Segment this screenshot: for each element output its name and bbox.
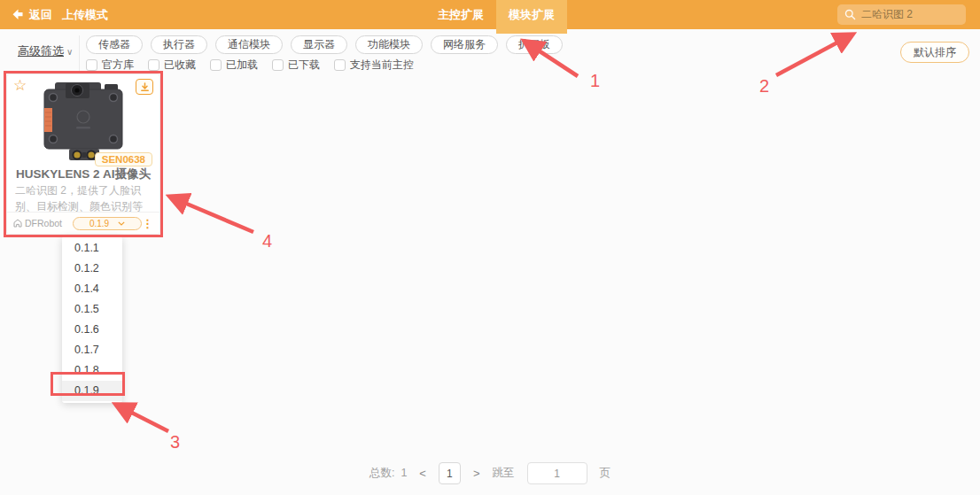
checkbox-icon[interactable] xyxy=(334,59,346,71)
checkbox-label: 官方库 xyxy=(102,58,134,73)
category-pill-sensor[interactable]: 传感器 xyxy=(86,35,143,54)
version-option-0-1-5[interactable]: 0.1.5 xyxy=(62,299,122,320)
category-pill-communication[interactable]: 通信模块 xyxy=(215,35,283,54)
annotation-arrow-3 xyxy=(118,406,168,431)
module-extension-library-page: 返回 上传模式 主控扩展 模块扩展 高级筛选∨ 传感器 执行器 通信模块 显示器… xyxy=(0,0,980,495)
annotation-number-3: 3 xyxy=(170,432,180,452)
category-pill-row: 传感器 执行器 通信模块 显示器 功能模块 网络服务 扩展板 xyxy=(86,35,563,54)
upload-mode-button[interactable]: 上传模式 xyxy=(62,0,108,29)
checkbox-supports-current-board[interactable]: 支持当前主控 xyxy=(334,58,414,73)
module-card-huskylens[interactable]: ☆ xyxy=(6,73,160,235)
download-icon xyxy=(140,82,150,92)
home-icon xyxy=(13,219,22,228)
favorite-star-icon[interactable]: ☆ xyxy=(13,76,27,95)
version-option-0-1-9[interactable]: 0.1.9 xyxy=(62,381,122,401)
default-sort-button[interactable]: 默认排序 xyxy=(900,42,969,63)
filter-divider xyxy=(79,35,80,73)
total-label: 总数: xyxy=(369,467,394,479)
version-option-0-1-1[interactable]: 0.1.1 xyxy=(62,238,122,259)
current-page-box[interactable]: 1 xyxy=(439,462,461,484)
checkbox-icon[interactable] xyxy=(272,59,284,71)
tab-module-extension[interactable]: 模块扩展 xyxy=(496,0,567,34)
advanced-filter-label: 高级筛选 xyxy=(18,44,64,58)
version-select[interactable]: 0.1.9 xyxy=(73,217,142,230)
jump-to-label: 跳至 xyxy=(493,466,515,481)
selected-version: 0.1.9 xyxy=(89,219,109,228)
chevron-down-icon: ∨ xyxy=(66,47,73,57)
checkbox-icon[interactable] xyxy=(86,59,97,71)
download-button[interactable] xyxy=(136,79,153,95)
total-value: 1 xyxy=(401,467,407,479)
annotation-arrow-2 xyxy=(776,35,851,75)
category-pill-expansion-board[interactable]: 扩展板 xyxy=(506,35,563,54)
checkbox-downloaded[interactable]: 已下载 xyxy=(272,58,320,73)
search-box[interactable] xyxy=(837,4,966,25)
version-option-0-1-4[interactable]: 0.1.4 xyxy=(62,279,122,299)
version-option-0-1-6[interactable]: 0.1.6 xyxy=(62,320,122,340)
checkbox-label: 已收藏 xyxy=(164,58,196,73)
annotation-number-1: 1 xyxy=(590,71,600,90)
checkbox-icon[interactable] xyxy=(210,59,222,71)
checkbox-label: 已下载 xyxy=(288,58,320,73)
version-dropdown-list: 0.1.1 0.1.2 0.1.4 0.1.5 0.1.6 0.1.7 0.1.… xyxy=(62,236,122,403)
back-button[interactable]: 返回 xyxy=(11,0,52,29)
category-pill-network[interactable]: 网络服务 xyxy=(431,35,498,54)
version-option-0-1-7[interactable]: 0.1.7 xyxy=(62,340,122,360)
next-page-button[interactable]: > xyxy=(473,467,480,480)
back-arrow-icon xyxy=(11,9,23,20)
checkbox-icon[interactable] xyxy=(148,59,159,71)
extension-tabs: 主控扩展 模块扩展 xyxy=(425,0,567,34)
version-option-0-1-2[interactable]: 0.1.2 xyxy=(62,259,122,279)
search-icon xyxy=(844,9,856,20)
checkbox-official-library[interactable]: 官方库 xyxy=(86,58,134,73)
prev-page-button[interactable]: < xyxy=(419,467,426,480)
annotation-number-4: 4 xyxy=(262,231,272,251)
card-menu-dots-icon[interactable]: ⋮ xyxy=(142,218,153,229)
module-card-title: HUSKYLENS 2 AI摄像头 xyxy=(7,166,159,182)
product-image-huskylens-board xyxy=(30,81,136,164)
header-bar: 返回 上传模式 主控扩展 模块扩展 xyxy=(0,0,980,29)
checkbox-loaded[interactable]: 已加载 xyxy=(210,58,258,73)
module-card-description: 二哈识图 2，提供了人脸识别、目标检测、颜色识别等多种AI视觉... xyxy=(7,182,159,215)
module-card-footer: DFRobot 0.1.9 ⋮ xyxy=(7,212,159,234)
checkbox-filter-row: 官方库 已收藏 已加载 已下载 支持当前主控 xyxy=(86,58,414,73)
back-label: 返回 xyxy=(29,7,52,23)
product-code-badge: SEN0638 xyxy=(95,152,152,166)
advanced-filter-toggle[interactable]: 高级筛选∨ xyxy=(18,43,73,59)
pagination-bar: 总数: 1 < 1 > 跳至 页 xyxy=(0,462,980,484)
vendor-info: DFRobot xyxy=(13,218,62,228)
chevron-down-icon xyxy=(118,221,125,226)
category-pill-actuator[interactable]: 执行器 xyxy=(151,35,207,54)
vendor-name: DFRobot xyxy=(25,218,62,228)
version-option-0-1-8[interactable]: 0.1.8 xyxy=(62,360,122,381)
category-pill-display[interactable]: 显示器 xyxy=(291,35,347,54)
page-unit-label: 页 xyxy=(600,466,611,481)
category-pill-function[interactable]: 功能模块 xyxy=(355,35,423,54)
checkbox-favorited[interactable]: 已收藏 xyxy=(148,58,196,73)
search-input[interactable] xyxy=(861,9,959,21)
checkbox-label: 支持当前主控 xyxy=(350,58,414,73)
tab-main-control-extension[interactable]: 主控扩展 xyxy=(425,0,496,29)
checkbox-label: 已加载 xyxy=(226,58,258,73)
jump-page-input[interactable] xyxy=(527,462,587,484)
annotation-number-2: 2 xyxy=(759,76,769,96)
annotation-arrow-4 xyxy=(172,197,253,232)
total-count: 总数: 1 xyxy=(369,466,407,481)
